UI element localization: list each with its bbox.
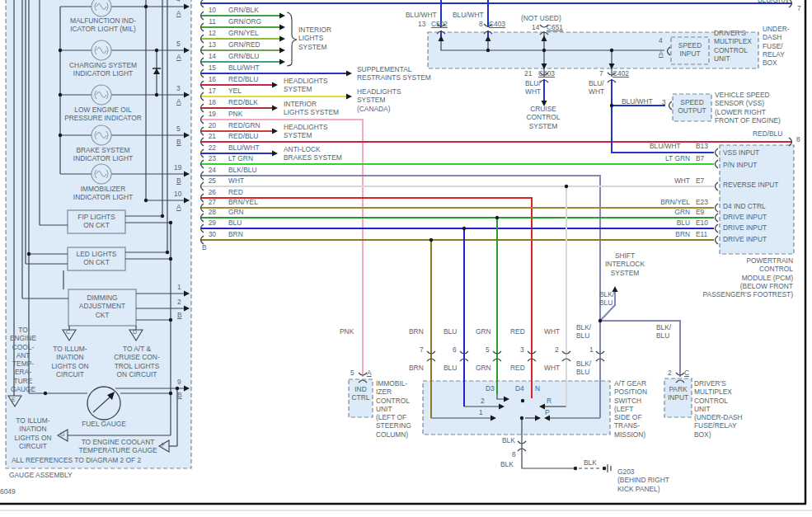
row-21-pin-number: 21 <box>203 132 216 140</box>
row-9-wire-color: BLU/GRN <box>228 0 259 2</box>
row-18-wire-color: RED/BLK <box>228 98 258 106</box>
label-133: R <box>547 397 552 405</box>
label-130: D4 <box>515 384 524 392</box>
label-59: A <box>659 49 664 58</box>
label-76: BLU/WHT <box>650 142 681 150</box>
row-17-pin-number: 17 <box>203 87 216 95</box>
junction-dot-28 <box>603 467 606 470</box>
label-80: WHT <box>639 176 690 185</box>
pcm-caption: POWERTRAIN CONTROL MODULE (PCM) (BELOW F… <box>694 256 793 298</box>
brake-label: BRAKE SYSTEM INDICATOR LIGHT <box>60 146 146 163</box>
label-56: BLU/GRN <box>758 0 788 4</box>
junction-dot-17 <box>542 49 546 52</box>
label-28: 5 <box>176 125 181 133</box>
label-113: WHT <box>544 327 560 336</box>
label-85: E9 <box>696 208 704 216</box>
label-32: 10 <box>174 190 181 198</box>
speed-input-label: SPEED INPUT <box>671 41 709 59</box>
charging-label: CHARGING SYSTEM INDICATOR LIGHT <box>60 61 146 78</box>
label-34: 1 <box>177 283 181 291</box>
row-20-wire-color: RED/GRN <box>228 121 260 129</box>
label-100: PNK <box>340 327 354 336</box>
oil-pressure-label: LOW ENGINE OIL PRESSURE INDICATOR <box>56 106 150 123</box>
ref-headlights-1: HEADLIGHTS SYSTEM <box>284 77 328 94</box>
label-131: N <box>535 384 540 392</box>
wiring-diagram-canvas: MALFUNCTION IND- ICATOR LIGHT (MIL)CHARG… <box>0 0 812 517</box>
junction-dot-2 <box>59 134 62 137</box>
connector-break-20 <box>716 182 719 190</box>
row-21-wire-color: RED/BLU <box>228 132 258 140</box>
arrow-18 <box>272 129 278 134</box>
pcm-input-drive3: DRIVE INPUT <box>723 235 767 243</box>
connector-break-18 <box>716 148 719 157</box>
junction-dot-8 <box>166 251 169 254</box>
connector-break-24 <box>716 236 719 244</box>
label-49: 13 <box>418 20 425 28</box>
label-50: C502 <box>431 20 448 28</box>
label-105: 6 <box>453 345 457 354</box>
junction-dot-25 <box>520 416 523 420</box>
label-111: 3 <box>520 345 524 354</box>
arrow-12 <box>279 48 285 54</box>
junction-dot-7 <box>161 214 164 218</box>
row-9-pin-number: 9 <box>203 0 216 2</box>
park-input-label: PARK INPUT <box>664 385 692 402</box>
pcm-input-drive2: DRIVE INPUT <box>723 223 767 232</box>
label-69: BLU/ WHT <box>589 79 604 96</box>
label-107: GRN <box>476 327 491 336</box>
label-89: E11 <box>696 230 707 238</box>
junction-dot-22 <box>462 227 466 230</box>
gauge-assembly-label: GAUGE ASSEMBLY <box>9 471 73 479</box>
label-102: 7 <box>420 345 424 354</box>
junction-dot-6 <box>155 93 158 96</box>
label-25: A <box>176 53 181 61</box>
row-26-wire-color: RED <box>228 188 243 196</box>
junction-dot-10 <box>169 257 172 261</box>
pcm-input-d4: D4 IND CTRL <box>723 202 766 210</box>
dmcu-top-label: DRIVER'S MULTIPLEX CONTROL UNIT <box>714 29 752 63</box>
row-25-pin-number: 25 <box>203 176 216 185</box>
row-17-wire-color: YEL <box>228 87 242 95</box>
row-30-pin-number: 30 <box>203 230 216 238</box>
label-122: 2 <box>668 369 672 377</box>
label-65: BLU/ WHT <box>525 79 541 96</box>
label-132: 2 <box>481 397 485 405</box>
label-136: BLK <box>502 436 515 444</box>
row-28-wire-color: GRN <box>228 208 244 216</box>
junction-dot-26 <box>521 399 524 402</box>
underdash-label: UNDER- DASH FUSE/ RELAY BOX <box>763 25 790 67</box>
junction-dot-3 <box>144 5 148 8</box>
row-24-wire-color: BLK/BLU <box>228 166 256 174</box>
arrow-16 <box>346 94 352 100</box>
label-71: 3 <box>662 98 666 106</box>
label-137: 8 <box>512 450 516 458</box>
label-55: C651 <box>547 23 563 31</box>
label-8: TO ENGINE COOL- ANT TEMP- ERA- TURE GAUG… <box>8 326 38 393</box>
label-75: 8 <box>796 135 800 143</box>
label-135: P <box>545 408 550 416</box>
label-88: BRN <box>639 230 690 238</box>
junction-dot-21 <box>495 216 499 219</box>
vss-sensor-label: VEHICLE SPEED SENSOR (VSS) (LOWER RIGHT … <box>715 91 781 125</box>
ref-cruise: CRUISE CONTROL SYSTEM <box>519 105 567 130</box>
row-26-pin-number: 26 <box>203 188 216 196</box>
label-99: BLK/ BLU <box>599 290 614 308</box>
pcm-input-pn: P/N INPUT <box>723 161 757 169</box>
immobilizer-light-label: IMMOBILIZER INDICATOR LIGHT <box>60 185 146 202</box>
ref-srs: SUPPLEMENTAL RESTRAINTS SYSTEM <box>357 65 431 82</box>
junction-dot-1 <box>59 93 62 96</box>
junction-dot-14 <box>44 392 47 395</box>
label-39: B <box>202 243 207 251</box>
arrow-15 <box>272 82 278 88</box>
row-15-wire-color: BLU/WHT <box>228 63 260 72</box>
junction-dot-13 <box>27 252 31 256</box>
row-13-wire-color: GRN/RED <box>228 40 260 49</box>
label-19: E <box>12 397 16 404</box>
connector-break-17 <box>669 101 673 110</box>
references-note: ALL REFERENCES TO DIAGRAM 2 OF 2 <box>12 456 141 464</box>
arrow-11 <box>279 36 285 42</box>
immobilizer-unit-label: IMMOBIL- IZER CONTROL UNIT (LEFT OF STEE… <box>376 379 411 439</box>
row-27-pin-number: 27 <box>203 198 216 206</box>
label-33: A <box>176 203 181 211</box>
ground-label: G203 (BEHIND RIGHT KICK PANEL) <box>617 468 669 493</box>
